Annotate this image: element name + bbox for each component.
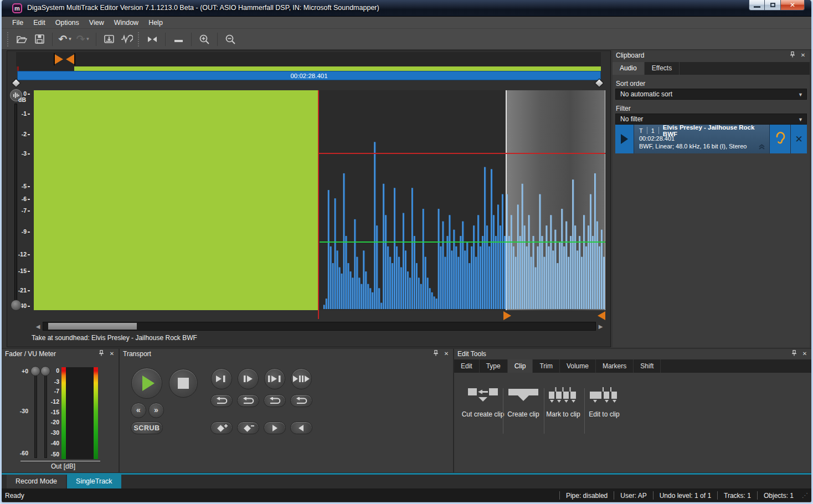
collapse-chevrons-icon[interactable] (758, 142, 765, 152)
scrollbar-thumb[interactable] (48, 323, 137, 330)
level-slider-knob[interactable] (11, 300, 22, 311)
edit-tools-tab-edit[interactable]: Edit (454, 359, 480, 373)
edit-tools-tab-markers[interactable]: Markers (596, 359, 634, 373)
menu-window[interactable]: Window (109, 17, 143, 28)
open-file-button[interactable] (13, 31, 30, 48)
stop-button[interactable] (169, 369, 198, 398)
fader-track-left[interactable] (34, 371, 37, 458)
level-slider-track[interactable] (14, 104, 17, 304)
close-panel-icon[interactable]: ✕ (442, 350, 450, 358)
title-bar[interactable]: m DigaSystem MultiTrack Editor Version 7… (2, 0, 811, 17)
redo-button[interactable]: ↷▼ (74, 31, 92, 48)
filter-select[interactable]: No filter ▼ (615, 114, 807, 125)
play-variant-button-2[interactable] (238, 368, 259, 389)
menu-view[interactable]: View (84, 17, 109, 28)
menu-file[interactable]: File (7, 17, 28, 28)
menu-options[interactable]: Options (50, 17, 84, 28)
maximize-button[interactable] (765, 0, 780, 11)
scroll-left-button[interactable]: ◀ (34, 322, 42, 331)
close-button[interactable]: ✕ (780, 0, 805, 11)
wave-mark-out-icon[interactable] (598, 311, 605, 320)
status-ready: Ready (5, 492, 24, 500)
pin-icon[interactable] (790, 350, 798, 358)
close-panel-icon[interactable]: ✕ (108, 350, 116, 358)
divider (20, 461, 100, 461)
scrub-button[interactable]: SCRUB (131, 421, 163, 434)
clipboard-take-item[interactable]: T 1 Elvis Presley - Jailhouse Rock BWF 0… (615, 125, 807, 153)
marker-prev-button[interactable] (290, 421, 312, 434)
play-variant-button-1[interactable] (211, 368, 232, 389)
scroll-right-button[interactable]: ▶ (596, 322, 605, 331)
fader-tick--30: -30 (16, 408, 28, 414)
close-panel-icon[interactable]: ✕ (799, 52, 807, 59)
toolbar-grip[interactable] (7, 32, 11, 47)
loop-icon (241, 397, 255, 404)
take-info[interactable]: T 1 Elvis Presley - Jailhouse Rock BWF 0… (634, 125, 769, 153)
marker-remove-button[interactable] (237, 421, 259, 434)
vu-tick--40: -40 (45, 440, 59, 446)
mark-in-icon[interactable] (55, 54, 63, 64)
loop-button-1[interactable] (210, 394, 233, 407)
mark-out-icon[interactable] (66, 54, 74, 64)
wave-mark-in-icon[interactable] (503, 311, 511, 320)
edit-tools-tab-clip[interactable]: Clip (508, 359, 533, 373)
clipboard-tab-audio[interactable]: Audio (613, 62, 645, 75)
skip-to-mark-button[interactable] (143, 31, 161, 48)
app-window: m DigaSystem MultiTrack Editor Version 7… (0, 0, 813, 504)
edit-tools-tab-volume[interactable]: Volume (560, 359, 596, 373)
status-bar: Ready Pipe: disabledUser: APUndo level: … (2, 489, 811, 502)
prelisten-button[interactable] (118, 31, 136, 48)
close-panel-icon[interactable]: ✕ (801, 350, 809, 358)
play-variant-button-4[interactable] (291, 368, 312, 389)
rewind-icon: « (136, 405, 141, 414)
play-variant-button-3[interactable] (264, 368, 285, 389)
clipboard-title-label: Clipboard (616, 52, 644, 59)
jump-back-button[interactable]: « (131, 403, 146, 418)
pin-icon[interactable] (432, 350, 440, 358)
loop-button-2[interactable] (237, 394, 259, 407)
play-button[interactable] (131, 368, 162, 399)
minimize-button[interactable] (749, 0, 765, 11)
undo-button[interactable]: ↶▼ (56, 31, 74, 48)
edit-tools-tab-shift[interactable]: Shift (634, 359, 661, 373)
menu-help[interactable]: Help (143, 17, 168, 28)
zoom-out-button[interactable] (222, 31, 239, 48)
fader-knob-left[interactable] (30, 366, 40, 376)
wave-block-green[interactable] (34, 90, 319, 310)
pin-icon[interactable] (97, 350, 105, 358)
zoom-in-button[interactable] (195, 31, 213, 48)
mode-tab-record-mode[interactable]: Record Mode (7, 475, 66, 488)
marker-add-button[interactable] (210, 421, 233, 434)
overview-marker-strip[interactable] (16, 52, 601, 66)
menu-edit[interactable]: Edit (28, 17, 50, 28)
loop-button-4[interactable] (290, 394, 312, 407)
shrink-button[interactable] (169, 31, 187, 48)
import-take-button[interactable] (100, 31, 118, 48)
chevron-down-icon[interactable]: ▼ (86, 37, 90, 42)
clipboard-tab-effects[interactable]: Effects (645, 62, 680, 75)
mode-tab-singletrack[interactable]: SingleTrack (67, 475, 121, 488)
chevron-down-icon[interactable]: ▼ (68, 37, 73, 42)
wave-block-dark[interactable] (319, 90, 605, 310)
toolbar-grip[interactable] (138, 32, 141, 47)
take-remove-button[interactable]: ✕ (791, 125, 807, 153)
jump-forward-button[interactable]: » (148, 403, 164, 418)
clipboard-tabs: AudioEffects (613, 62, 810, 75)
overview-position-bar[interactable]: 00:02:28.401 (17, 71, 601, 80)
play-mark-icon (215, 375, 228, 383)
resize-grip-icon[interactable]: ⋰ (802, 492, 808, 499)
waveform-canvas[interactable] (319, 90, 605, 310)
prelisten-ear-button[interactable] (770, 125, 790, 153)
sort-order-select[interactable]: No automatic sort ▼ (615, 89, 807, 100)
toolbar-separator (217, 33, 218, 46)
save-button[interactable] (30, 31, 48, 48)
marker-add-icon (215, 424, 228, 433)
marker-next-button[interactable] (264, 421, 286, 434)
scrollbar-track[interactable] (43, 322, 596, 331)
take-play-button[interactable] (615, 125, 634, 153)
tool-edit-to-clip[interactable]: Edit to clip (578, 387, 631, 418)
loop-button-3[interactable] (264, 394, 286, 407)
edit-tools-tab-type[interactable]: Type (480, 359, 508, 373)
pin-icon[interactable] (789, 52, 796, 59)
edit-tools-tab-trim[interactable]: Trim (533, 359, 560, 373)
